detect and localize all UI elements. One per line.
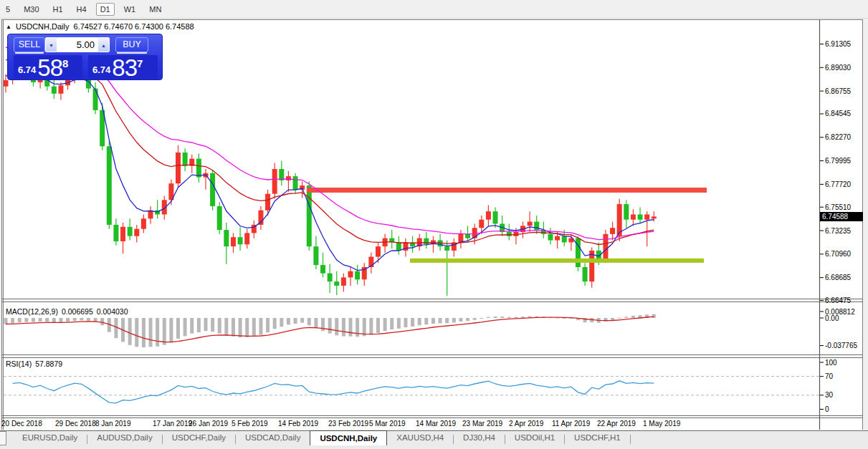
sell-price[interactable]: 6.74 58 8 <box>14 55 82 79</box>
tab-xauusd-h4[interactable]: XAUUSD,H4 <box>387 431 453 446</box>
svg-text:1 May 2019: 1 May 2019 <box>643 420 681 428</box>
tab-dj30-h4[interactable]: DJ30,H4 <box>454 431 505 446</box>
rsi-name: RSI(14) <box>6 359 32 368</box>
timeframe-button-H1[interactable]: H1 <box>49 3 67 16</box>
svg-text:22 Apr 2019: 22 Apr 2019 <box>597 420 636 428</box>
svg-text:6.91305: 6.91305 <box>825 40 852 48</box>
chart-title: ▲ USDCNH,Daily 6.74527 6.74670 6.74300 6… <box>6 22 194 31</box>
timeframe-button-D1[interactable]: D1 <box>96 3 115 16</box>
sell-price-sup: 8 <box>62 59 68 68</box>
chart-tab-bar: EURUSD,DailyAUDUSD,DailyUSDCHF,DailyUSDC… <box>0 430 868 449</box>
timeframe-button-M30[interactable]: M30 <box>19 3 43 16</box>
svg-text:6.82270: 6.82270 <box>825 133 852 141</box>
buy-price-big: 83 <box>112 58 137 77</box>
svg-text:14 Mar 2019: 14 Mar 2019 <box>416 420 457 428</box>
svg-text:17 Jan 2019: 17 Jan 2019 <box>153 420 192 428</box>
sell-price-prefix: 6.74 <box>18 63 36 77</box>
svg-text:100: 100 <box>825 359 837 367</box>
macd-name: MACD(12,26,9) <box>6 307 58 316</box>
chart-symbol-label: USDCNH,Daily <box>16 22 70 31</box>
tab-audusd-daily[interactable]: AUDUSD,Daily <box>87 431 161 446</box>
one-click-trading-panel: SELL ▼ ▲ BUY 6.74 58 8 6.74 83 7 <box>7 34 163 80</box>
svg-text:6.73235: 6.73235 <box>825 227 852 235</box>
svg-text:26 Jan 2019: 26 Jan 2019 <box>189 420 228 428</box>
chart-ohlc-values: 6.74527 6.74670 6.74300 6.74588 <box>73 22 194 31</box>
svg-text:6.68685: 6.68685 <box>825 274 852 281</box>
rsi-indicator-label: RSI(14) 57.8879 <box>6 359 62 368</box>
svg-text:6.75510: 6.75510 <box>825 203 852 211</box>
support-line <box>410 259 704 263</box>
svg-text:8 Jan 2019: 8 Jan 2019 <box>95 420 131 428</box>
svg-text:6.89030: 6.89030 <box>825 64 852 72</box>
tab-usdchf-h1[interactable]: USDCHF,H1 <box>565 431 630 446</box>
svg-text:6.79995: 6.79995 <box>825 157 852 165</box>
svg-text:6.74588: 6.74588 <box>822 213 849 221</box>
svg-text:23 Feb 2019: 23 Feb 2019 <box>328 420 369 428</box>
timeframe-button-H4[interactable]: H4 <box>72 3 91 16</box>
svg-text:6.86755: 6.86755 <box>825 87 852 95</box>
collapse-panel-icon[interactable]: ▲ <box>6 23 11 31</box>
tab-usdoil-h1[interactable]: USDOil,H1 <box>505 431 564 446</box>
rsi-value: 57.8879 <box>35 359 62 368</box>
svg-text:0.00: 0.00 <box>825 314 839 322</box>
svg-text:70: 70 <box>825 372 834 380</box>
svg-text:6.77720: 6.77720 <box>825 180 852 188</box>
svg-text:6.66475: 6.66475 <box>825 296 852 304</box>
resistance-line <box>307 188 707 193</box>
macd-main-value: 0.006695 <box>62 307 93 316</box>
svg-text:30: 30 <box>825 391 834 399</box>
buy-price[interactable]: 6.74 83 7 <box>88 55 158 79</box>
svg-text:6.84545: 6.84545 <box>825 110 852 117</box>
svg-text:23 Mar 2019: 23 Mar 2019 <box>462 420 503 428</box>
buy-price-sup: 7 <box>137 59 143 68</box>
buy-price-prefix: 6.74 <box>92 63 110 77</box>
macd-indicator-label: MACD(12,26,9) 0.006695 0.004030 <box>6 307 128 316</box>
tab-usdcnh-daily[interactable]: USDCNH,Daily <box>310 430 387 445</box>
tab-eurusd-daily[interactable]: EURUSD,Daily <box>13 431 87 446</box>
tab-usdcad-daily[interactable]: USDCAD,Daily <box>236 431 310 446</box>
svg-text:5 Feb 2019: 5 Feb 2019 <box>232 420 268 428</box>
svg-text:0: 0 <box>825 405 829 413</box>
tab-bar-stub <box>0 431 6 445</box>
tab-usdchf-daily[interactable]: USDCHF,Daily <box>163 431 235 446</box>
svg-text:5 Mar 2019: 5 Mar 2019 <box>369 420 406 428</box>
svg-text:2 Apr 2019: 2 Apr 2019 <box>509 420 544 428</box>
buy-button[interactable]: BUY <box>115 37 148 52</box>
svg-text:11 Apr 2019: 11 Apr 2019 <box>552 420 591 428</box>
sell-price-big: 58 <box>37 58 62 77</box>
sell-button[interactable]: SELL <box>14 37 45 52</box>
timeframe-button-MN[interactable]: MN <box>145 3 166 16</box>
macd-signal-value: 0.004030 <box>97 307 128 316</box>
volume-decrease-icon[interactable]: ▼ <box>45 37 57 52</box>
timeframe-button-W1[interactable]: W1 <box>120 3 140 16</box>
volume-input[interactable] <box>57 37 97 52</box>
svg-text:14 Feb 2019: 14 Feb 2019 <box>278 420 319 428</box>
svg-text:20 Dec 2018: 20 Dec 2018 <box>1 420 42 428</box>
volume-increase-icon[interactable]: ▲ <box>97 37 110 52</box>
svg-text:-0.037765: -0.037765 <box>825 342 857 349</box>
tab-separator <box>630 435 631 444</box>
date-axis: 20 Dec 201829 Dec 20188 Jan 201917 Jan 2… <box>1 420 681 428</box>
timeframe-toolbar: 5M30H1H4D1W1MN <box>0 0 868 19</box>
svg-text:29 Dec 2018: 29 Dec 2018 <box>55 420 96 428</box>
svg-text:6.70960: 6.70960 <box>825 250 852 258</box>
timeframe-button-5[interactable]: 5 <box>1 3 14 16</box>
